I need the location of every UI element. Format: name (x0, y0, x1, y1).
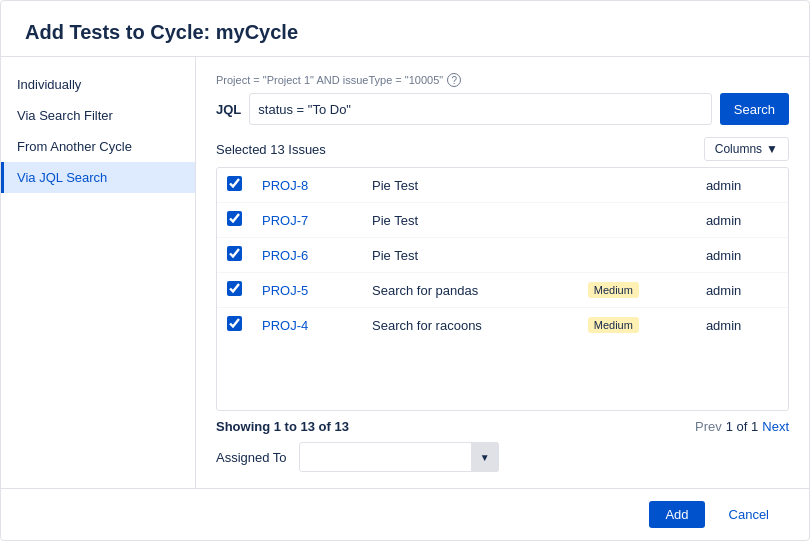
next-link[interactable]: Next (762, 419, 789, 434)
row-checkbox-cell-3 (217, 273, 252, 308)
prev-link: Prev (695, 419, 722, 434)
issue-assignee-cell-3: admin (696, 273, 788, 308)
jql-hint: Project = "Project 1" AND issueType = "1… (216, 73, 789, 87)
sidebar-item-via-search-filter[interactable]: Via Search Filter (1, 100, 195, 131)
table-header-row: Selected 13 Issues Columns ▼ (216, 137, 789, 161)
sidebar-item-via-jql-search[interactable]: Via JQL Search (1, 162, 195, 193)
page-info: 1 of 1 (726, 419, 759, 434)
assigned-to-select[interactable] (299, 442, 499, 472)
issue-priority-cell-0 (578, 168, 696, 203)
issues-table: PROJ-8 Pie Test admin PROJ-7 Pie Test (217, 168, 788, 342)
columns-chevron-icon: ▼ (766, 142, 778, 156)
issue-assignee-3: admin (706, 283, 741, 298)
table-row: PROJ-6 Pie Test admin (217, 238, 788, 273)
dialog-body: Individually Via Search Filter From Anot… (1, 57, 809, 488)
search-button[interactable]: Search (720, 93, 789, 125)
table-row: PROJ-5 Search for pandas Medium admin (217, 273, 788, 308)
issue-key-cell-2: PROJ-6 (252, 238, 362, 273)
issue-key-0[interactable]: PROJ-8 (262, 178, 308, 193)
issue-priority-cell-1 (578, 203, 696, 238)
issue-assignee-0: admin (706, 178, 741, 193)
add-button[interactable]: Add (649, 501, 704, 528)
issue-priority-cell-2 (578, 238, 696, 273)
issue-key-cell-1: PROJ-7 (252, 203, 362, 238)
table-row: PROJ-7 Pie Test admin (217, 203, 788, 238)
dialog-header: Add Tests to Cycle: myCycle (1, 1, 809, 57)
issue-summary-0: Pie Test (372, 178, 418, 193)
columns-label: Columns (715, 142, 762, 156)
assigned-to-label: Assigned To (216, 450, 287, 465)
issue-key-4[interactable]: PROJ-4 (262, 318, 308, 333)
issue-assignee-cell-4: admin (696, 308, 788, 343)
main-content: Project = "Project 1" AND issueType = "1… (196, 57, 809, 488)
issue-priority-cell-3: Medium (578, 273, 696, 308)
issue-key-cell-3: PROJ-5 (252, 273, 362, 308)
issue-key-cell-0: PROJ-8 (252, 168, 362, 203)
assigned-row: Assigned To ▼ (216, 442, 789, 472)
issue-assignee-2: admin (706, 248, 741, 263)
jql-hint-text: Project = "Project 1" AND issueType = "1… (216, 74, 443, 86)
selected-count: Selected 13 Issues (216, 142, 326, 157)
issue-key-3[interactable]: PROJ-5 (262, 283, 308, 298)
issue-summary-cell-4: Search for racoons (362, 308, 578, 343)
priority-badge-4: Medium (588, 317, 639, 333)
sidebar: Individually Via Search Filter From Anot… (1, 57, 196, 488)
showing-text: Showing 1 to 13 of 13 (216, 419, 349, 434)
issue-priority-cell-4: Medium (578, 308, 696, 343)
cancel-button[interactable]: Cancel (713, 501, 785, 528)
row-checkbox-1[interactable] (227, 211, 242, 226)
pagination-row: Showing 1 to 13 of 13 Prev 1 of 1 Next (216, 419, 789, 434)
assigned-to-select-wrapper: ▼ (299, 442, 499, 472)
jql-label: JQL (216, 102, 241, 117)
row-checkbox-cell-0 (217, 168, 252, 203)
issue-summary-1: Pie Test (372, 213, 418, 228)
issue-assignee-cell-2: admin (696, 238, 788, 273)
row-checkbox-cell-2 (217, 238, 252, 273)
row-checkbox-3[interactable] (227, 281, 242, 296)
pagination-links: Prev 1 of 1 Next (695, 419, 789, 434)
issue-summary-3: Search for pandas (372, 283, 478, 298)
issue-key-2[interactable]: PROJ-6 (262, 248, 308, 263)
row-checkbox-0[interactable] (227, 176, 242, 191)
priority-badge-3: Medium (588, 282, 639, 298)
row-checkbox-cell-1 (217, 203, 252, 238)
issue-summary-cell-2: Pie Test (362, 238, 578, 273)
issue-assignee-1: admin (706, 213, 741, 228)
issue-key-1[interactable]: PROJ-7 (262, 213, 308, 228)
jql-row: JQL Search (216, 93, 789, 125)
jql-input[interactable] (249, 93, 712, 125)
issue-assignee-cell-1: admin (696, 203, 788, 238)
issue-key-cell-4: PROJ-4 (252, 308, 362, 343)
table-row: PROJ-8 Pie Test admin (217, 168, 788, 203)
issue-assignee-cell-0: admin (696, 168, 788, 203)
sidebar-item-from-another-cycle[interactable]: From Another Cycle (1, 131, 195, 162)
issue-summary-cell-0: Pie Test (362, 168, 578, 203)
issue-summary-2: Pie Test (372, 248, 418, 263)
sidebar-item-individually[interactable]: Individually (1, 69, 195, 100)
help-icon[interactable]: ? (447, 73, 461, 87)
row-checkbox-4[interactable] (227, 316, 242, 331)
row-checkbox-2[interactable] (227, 246, 242, 261)
issue-summary-cell-3: Search for pandas (362, 273, 578, 308)
table-row: PROJ-4 Search for racoons Medium admin (217, 308, 788, 343)
columns-button[interactable]: Columns ▼ (704, 137, 789, 161)
dialog-footer: Add Cancel (1, 488, 809, 540)
issue-summary-4: Search for racoons (372, 318, 482, 333)
issue-summary-cell-1: Pie Test (362, 203, 578, 238)
issues-table-container: PROJ-8 Pie Test admin PROJ-7 Pie Test (216, 167, 789, 411)
add-tests-dialog: Add Tests to Cycle: myCycle Individually… (0, 0, 810, 541)
issue-assignee-4: admin (706, 318, 741, 333)
dialog-title: Add Tests to Cycle: myCycle (25, 21, 785, 44)
row-checkbox-cell-4 (217, 308, 252, 343)
